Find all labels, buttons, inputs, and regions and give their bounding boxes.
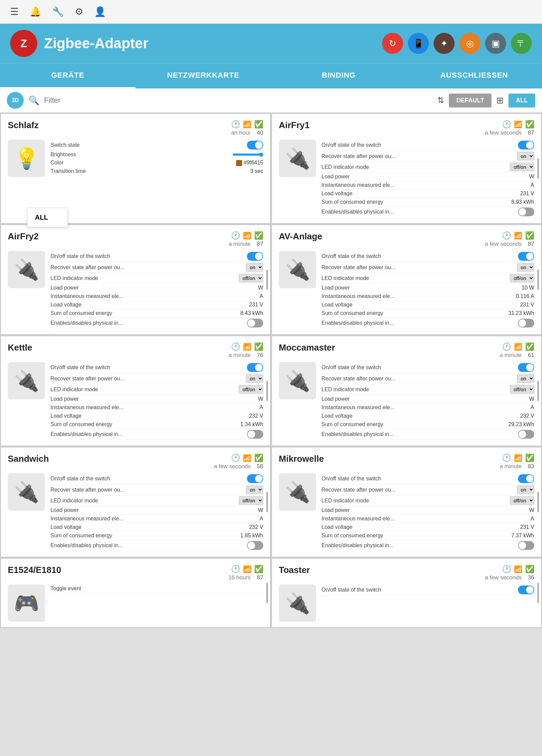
device-card-schlafz: Schlafz 🕐 📶 ✅ an hour 40 💡 Switch state	[1, 114, 270, 223]
device-name-toaster: Toaster	[279, 565, 310, 575]
device-name-airfry1: AirFry1	[279, 120, 310, 131]
toggle-sandwich-physical[interactable]	[247, 541, 263, 550]
select-av-recover[interactable]: on	[517, 263, 534, 272]
header-icons: ↻ 📱 ✦ ◎ ▣ 〒	[382, 33, 532, 54]
device-props-airfry2: On/off state of the switch Recover state…	[50, 251, 263, 329]
device-image-airfry1: 🔌	[279, 140, 316, 177]
select-kettle-led[interactable]: off/on	[239, 385, 263, 394]
check-icon-schlafz: ✅	[254, 120, 263, 129]
toggle-sandwich-power[interactable]	[247, 474, 263, 483]
scroll-indicator-moccamaster	[537, 381, 539, 401]
device-name-e1524: E1524/E1810	[8, 565, 61, 575]
device-image-av-anlage: 🔌	[279, 251, 316, 288]
device-image-e1524: 🎮	[8, 584, 45, 622]
device-name-av-anlage: AV-Anlage	[279, 231, 322, 242]
all-dropdown-item[interactable]: ALL	[27, 208, 67, 227]
device-meta-kettle: 🕐 📶 ✅ a minute 76	[229, 342, 263, 359]
person-icon[interactable]: 👤	[94, 6, 106, 17]
mobile-button[interactable]: 📱	[408, 33, 429, 54]
device-props-sandwich: On/off state of the switch Recover state…	[50, 473, 263, 551]
grid-view-icon[interactable]: ⊞	[496, 95, 504, 106]
toggle-moccamaster-physical[interactable]	[518, 430, 534, 439]
select-sandwich-led[interactable]: off/on	[239, 496, 263, 505]
toggle-toaster-power[interactable]	[518, 585, 534, 594]
toggle-airfry2-physical[interactable]	[247, 319, 263, 327]
tab-geraete[interactable]: GERÄTE	[0, 63, 136, 88]
time-schlafz: an hour	[231, 130, 251, 136]
wifi-icon-schlafz: 📶	[243, 120, 251, 128]
app-title: Zigbee-Adapter	[44, 35, 375, 52]
select-airfry2-recover[interactable]: on	[246, 263, 263, 272]
scroll-indicator-airfry2	[266, 270, 268, 290]
device-image-kettle: 🔌	[8, 362, 45, 399]
select-airfry2-led[interactable]: off/on	[239, 274, 263, 282]
cpu-button[interactable]: ▣	[485, 33, 506, 54]
device-meta-airfry2: 🕐 📶 ✅ a minute 87	[229, 231, 263, 247]
scroll-indicator-toaster	[537, 583, 539, 603]
top-nav: ☰ 🔔 🔧 ⚙ 👤	[0, 0, 542, 24]
device-meta-schlafz: 🕐 📶 ✅ an hour 40	[231, 120, 263, 136]
device-image-moccamaster: 🔌	[279, 362, 316, 399]
prop-switch-state: Switch state	[50, 140, 263, 151]
select-mikrowelle-recover[interactable]: on	[517, 485, 534, 494]
menu-icon[interactable]: ☰	[10, 6, 19, 17]
device-meta-e1524: 🕐 📶 ✅ 16 hours 87	[228, 565, 263, 581]
device-props-toaster: On/off state of the switch	[321, 584, 534, 622]
device-props-kettle: On/off state of the switch Recover state…	[50, 362, 263, 440]
btn-3d[interactable]: 3D	[7, 92, 24, 109]
device-props-schlafz: Switch state Brightness Color #9f6415	[50, 140, 263, 177]
device-image-schlafz: 💡	[8, 140, 45, 177]
toggle-mikrowelle-physical[interactable]	[518, 541, 534, 550]
toggle-kettle-power[interactable]	[247, 363, 263, 372]
refresh-button[interactable]: ↻	[382, 33, 403, 54]
device-card-moccamaster: Moccamaster 🕐 📶 ✅ a minute 61 🔌 On/off s…	[272, 336, 541, 445]
device-name-sandwich: Sandwich	[8, 454, 49, 464]
prop-color: Color #9f6415	[50, 159, 263, 167]
toggle-mikrowelle-power[interactable]	[518, 474, 534, 483]
device-props-airfry1: On/off state of the switch Recover state…	[321, 140, 534, 218]
toggle-airfry2-power[interactable]	[247, 252, 263, 261]
network-button[interactable]: ◎	[459, 33, 480, 54]
scroll-indicator-e1524	[266, 583, 268, 603]
device-name-moccamaster: Moccamaster	[279, 342, 335, 353]
device-props-e1524: Toggle event	[50, 584, 263, 622]
device-image-toaster: 🔌	[279, 584, 316, 622]
logo-letter: Z	[20, 37, 27, 50]
select-sandwich-recover[interactable]: on	[246, 485, 263, 494]
select-airfry1-recover[interactable]: on	[517, 152, 534, 160]
zigbee-button[interactable]: ✦	[434, 33, 455, 54]
default-button[interactable]: DEFAULT	[449, 94, 492, 107]
antenna-button[interactable]: 〒	[511, 33, 532, 54]
select-airfry1-led[interactable]: off/on	[510, 163, 534, 171]
wifi-icon-airfry1: 📶	[514, 120, 522, 128]
bell-icon[interactable]: 🔔	[29, 6, 41, 17]
select-moccamaster-led[interactable]: off/on	[510, 385, 534, 394]
time-airfry1: a few seconds	[485, 130, 522, 136]
device-name-airfry2: AirFry2	[8, 231, 39, 242]
all-button[interactable]: ALL	[508, 94, 535, 107]
toggle-switch-state[interactable]	[247, 141, 263, 150]
toggle-airfry1-physical[interactable]	[518, 207, 534, 216]
signal-schlafz: 40	[257, 130, 263, 136]
brightness-slider[interactable]	[233, 154, 263, 156]
toggle-airfry1-power[interactable]	[518, 141, 534, 150]
select-mikrowelle-led[interactable]: off/on	[510, 496, 534, 505]
scroll-indicator-sandwich	[266, 492, 268, 512]
device-image-sandwich: 🔌	[8, 473, 45, 511]
select-moccamaster-recover[interactable]: on	[517, 374, 534, 383]
toggle-kettle-physical[interactable]	[247, 430, 263, 439]
select-kettle-recover[interactable]: on	[246, 374, 263, 383]
settings-icon[interactable]: ⚙	[75, 6, 83, 17]
tab-netzwerkkarte[interactable]: NETZWERKKARTE	[136, 63, 271, 88]
toggle-av-power[interactable]	[518, 252, 534, 261]
tab-binding[interactable]: BINDING	[271, 63, 406, 88]
toggle-av-physical[interactable]	[518, 319, 534, 327]
sort-icon[interactable]: ⇅	[437, 96, 444, 105]
tab-ausschliessen[interactable]: AUSSCHLIESSEN	[406, 63, 542, 88]
select-av-led[interactable]: off/on	[510, 274, 534, 282]
wrench-icon[interactable]: 🔧	[52, 6, 64, 17]
device-meta-sandwich: 🕐 📶 ✅ a few seconds 58	[214, 454, 263, 470]
all-dropdown: ALL	[27, 208, 68, 227]
toggle-moccamaster-power[interactable]	[518, 363, 534, 372]
filter-input[interactable]	[44, 96, 433, 105]
